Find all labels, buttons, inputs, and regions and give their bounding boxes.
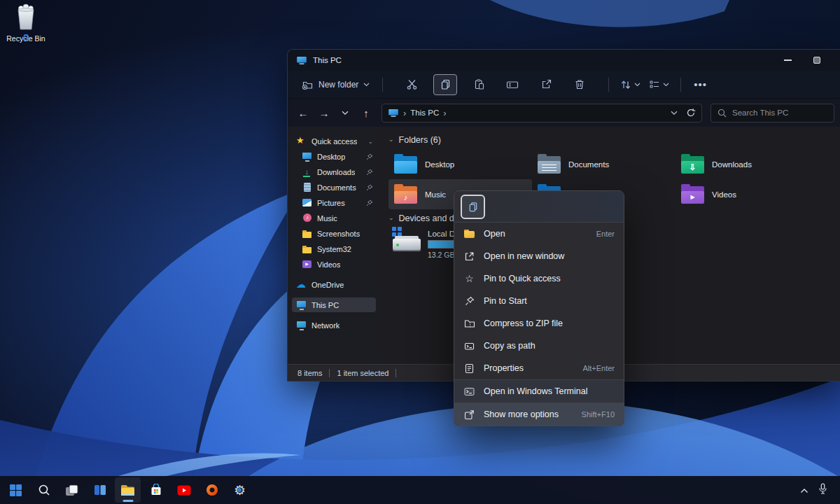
microphone-icon[interactable] bbox=[818, 483, 827, 497]
recent-locations-button[interactable] bbox=[335, 103, 355, 122]
chevron-down-icon: ⌄ bbox=[388, 214, 394, 221]
breadcrumb-separator-icon: › bbox=[443, 108, 446, 118]
file-explorer-button[interactable] bbox=[115, 477, 141, 503]
terminal-icon bbox=[464, 387, 475, 396]
context-menu-item-pin-quick-access[interactable]: ☆ Pin to Quick access bbox=[454, 267, 624, 290]
copy-button[interactable] bbox=[461, 195, 485, 219]
zip-folder-icon bbox=[464, 318, 475, 328]
sidebar-item-documents[interactable]: Documents bbox=[292, 180, 376, 195]
star-outline-icon: ☆ bbox=[465, 274, 474, 284]
sidebar-item-music[interactable]: Music bbox=[292, 211, 376, 225]
context-menu-item-pin-start[interactable]: Pin to Start bbox=[454, 290, 624, 312]
folders-section-header[interactable]: ⌄ Folders (6) bbox=[388, 135, 840, 145]
search-button[interactable] bbox=[31, 477, 57, 503]
window-title: This PC bbox=[313, 56, 342, 64]
youtube-icon bbox=[177, 485, 191, 496]
office-icon bbox=[206, 484, 218, 496]
sidebar-item-desktop[interactable]: Desktop bbox=[292, 149, 376, 164]
start-button[interactable] bbox=[3, 477, 29, 503]
this-pc-icon bbox=[297, 56, 307, 64]
sidebar-item-this-pc[interactable]: This PC bbox=[292, 298, 376, 312]
folder-tile-documents[interactable]: Documents bbox=[532, 149, 676, 179]
item-count: 8 items bbox=[298, 369, 322, 377]
sidebar-item-onedrive[interactable]: OneDrive bbox=[292, 277, 376, 292]
search-box[interactable]: Search This PC bbox=[710, 104, 834, 122]
context-menu-item-open-new-window[interactable]: Open in new window bbox=[454, 245, 624, 267]
videos-folder-icon: ▶ bbox=[681, 185, 704, 204]
sort-button[interactable] bbox=[616, 76, 645, 93]
store-button[interactable] bbox=[143, 477, 169, 503]
music-folder-icon: ♪ bbox=[394, 185, 417, 204]
sidebar-item-pictures[interactable]: Pictures bbox=[292, 195, 376, 210]
minimize-button[interactable] bbox=[773, 50, 802, 71]
delete-icon bbox=[574, 78, 585, 90]
music-icon bbox=[302, 214, 312, 223]
paste-button[interactable] bbox=[467, 74, 491, 95]
sidebar-item-system32[interactable]: System32 bbox=[292, 241, 376, 256]
task-view-icon bbox=[65, 484, 78, 496]
pin-icon bbox=[366, 184, 373, 191]
folder-tile-desktop[interactable]: Desktop bbox=[388, 149, 532, 179]
cut-button[interactable] bbox=[400, 74, 424, 95]
chevron-down-icon bbox=[363, 83, 370, 87]
context-menu-item-open[interactable]: Open Enter bbox=[454, 223, 624, 245]
share-button[interactable] bbox=[534, 74, 558, 95]
open-new-window-icon bbox=[464, 251, 475, 262]
chevron-down-icon: ⌄ bbox=[388, 136, 394, 143]
sidebar-item-videos[interactable]: Videos bbox=[292, 257, 376, 272]
settings-button[interactable]: ⚙ bbox=[227, 477, 253, 503]
title-bar: This PC bbox=[288, 50, 840, 71]
rename-icon bbox=[506, 79, 519, 90]
videos-icon bbox=[302, 260, 312, 270]
sidebar-item-quick-access[interactable]: Quick access ⌄ bbox=[292, 134, 376, 148]
task-view-button[interactable] bbox=[59, 477, 85, 503]
breadcrumb[interactable]: This PC bbox=[410, 108, 439, 117]
sort-icon bbox=[620, 79, 631, 90]
paste-icon bbox=[473, 78, 485, 90]
maximize-button[interactable] bbox=[802, 50, 832, 71]
sidebar-item-downloads[interactable]: ↓ Downloads bbox=[292, 164, 376, 179]
hard-drive-icon bbox=[393, 229, 421, 251]
share-icon bbox=[540, 78, 552, 90]
settings-gear-icon: ⚙ bbox=[234, 484, 246, 497]
folder-tile-videos[interactable]: ▶ Videos bbox=[676, 179, 819, 209]
folder-icon bbox=[302, 244, 312, 254]
context-menu-item-open-terminal[interactable]: Open in Windows Terminal bbox=[454, 380, 624, 402]
downloads-folder-icon: ⇩ bbox=[681, 155, 704, 174]
copy-button[interactable] bbox=[433, 74, 457, 95]
folder-tile-downloads[interactable]: ⇩ Downloads bbox=[676, 149, 819, 179]
refresh-icon[interactable] bbox=[686, 108, 696, 118]
delete-button[interactable] bbox=[568, 74, 592, 95]
view-icon bbox=[649, 79, 660, 90]
up-button[interactable]: ↑ bbox=[356, 103, 376, 122]
youtube-button[interactable] bbox=[171, 477, 197, 503]
chevron-down-icon bbox=[663, 83, 669, 87]
copy-path-icon bbox=[464, 342, 475, 351]
new-folder-button[interactable]: New folder bbox=[296, 76, 375, 94]
back-button[interactable]: ← bbox=[293, 103, 313, 122]
this-pc-icon bbox=[296, 300, 307, 310]
rename-button[interactable] bbox=[500, 74, 524, 95]
breadcrumb-separator-icon: › bbox=[403, 108, 406, 118]
view-button[interactable] bbox=[645, 76, 673, 92]
context-menu-item-compress-zip[interactable]: Compress to ZIP file bbox=[454, 312, 624, 335]
context-menu-item-copy-as-path[interactable]: Copy as path bbox=[454, 335, 624, 357]
widgets-button[interactable] bbox=[87, 477, 113, 503]
selection-count: 1 item selected bbox=[337, 369, 388, 377]
folder-open-icon bbox=[464, 230, 475, 238]
context-menu-item-show-more-options[interactable]: Show more options Shift+F10 bbox=[454, 403, 624, 426]
address-dropdown-icon[interactable] bbox=[671, 111, 678, 115]
onedrive-cloud-icon bbox=[296, 280, 307, 290]
copy-icon bbox=[468, 201, 479, 213]
office-button[interactable] bbox=[199, 477, 225, 503]
sidebar-item-network[interactable]: Network bbox=[292, 318, 376, 332]
recycle-bin-shortcut[interactable]: ♻ Recycle Bin bbox=[3, 3, 49, 43]
address-bar[interactable]: › This PC › bbox=[382, 104, 702, 122]
taskbar: ⚙ bbox=[0, 476, 840, 504]
context-menu-item-properties[interactable]: Properties Alt+Enter bbox=[454, 357, 624, 379]
see-more-button[interactable]: ••• bbox=[688, 77, 713, 92]
sidebar-item-screenshots[interactable]: Screenshots bbox=[292, 226, 376, 241]
network-icon bbox=[296, 321, 307, 330]
forward-button[interactable]: → bbox=[314, 103, 334, 122]
tray-chevron-up-icon[interactable] bbox=[800, 484, 808, 496]
